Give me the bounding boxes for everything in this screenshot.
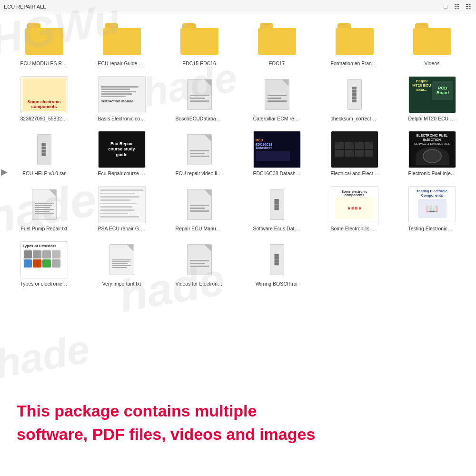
file-label-25: Types or electronics r...: [20, 281, 68, 288]
file-caterpillar[interactable]: Caterpillar ECM repai...: [240, 73, 314, 125]
folder-thumb-3: [176, 20, 223, 59]
scroll-arrow[interactable]: ▶: [1, 167, 8, 177]
file-label-26: Very important.txt: [98, 281, 146, 288]
folder-label-4: EDC17: [253, 60, 301, 67]
file-electrical[interactable]: Electrical and Electro...: [317, 128, 391, 179]
file-label-18: Electronic Fuel Injecti...: [408, 170, 456, 177]
file-323627090[interactable]: Some electronic components 323627090_598…: [7, 73, 81, 125]
folder-label-1: ECU MODULES REP...: [20, 60, 68, 67]
file-very-important[interactable]: Very important.txt: [85, 238, 159, 290]
file-ecu-repair-course[interactable]: Ecu Repaircourse studyguide Ecu Repair c…: [85, 128, 159, 179]
content-area[interactable]: ECU MODULES REP... ECU repair Guide Spa.…: [0, 13, 476, 389]
file-thumb-26: [98, 241, 146, 279]
file-ecu-help[interactable]: ▓▓▓▓ ECU HELP v3.0.rar: [7, 128, 81, 179]
file-thumb-13: ▓▓▓▓: [20, 130, 68, 169]
file-thumb-28: ▓▓▓▓: [253, 241, 301, 279]
file-label-7: 323627090_598326...: [20, 116, 68, 122]
file-thumb-23: Some electronic components ⊕ ⊞ ⊟ ⊕: [331, 186, 378, 224]
file-electronic-fuel[interactable]: ELECTRONIC FUEL INJECTIONSERVICE & DIAGN…: [395, 128, 469, 179]
folder-label-6: Videos: [408, 60, 456, 67]
file-label-11: checksum_corrector.rz ···: [331, 116, 378, 122]
file-thumb-8: Instruction Manual: [98, 76, 146, 114]
file-testing-electronic[interactable]: Testing Electronic Components 📖 Testing …: [395, 183, 469, 235]
file-label-15: ECU repair video links...: [176, 170, 223, 177]
folder-ecu-modules[interactable]: ECU MODULES REP...: [7, 18, 81, 69]
file-label-10: Caterpillar ECM repai...: [253, 116, 301, 122]
file-thumb-15: [176, 130, 223, 169]
app-title: ECU REPAIR ALL: [4, 4, 46, 10]
file-basis-electronic[interactable]: Instruction Manual Basis Electronic comp…: [85, 73, 159, 125]
folder-thumb-6: [408, 20, 456, 59]
file-psa-ecu[interactable]: PSA ECU repair Guide...: [85, 183, 159, 235]
view-list-icon[interactable]: ☷: [453, 3, 461, 10]
folder-thumb-4: [253, 20, 301, 59]
file-software-ecus[interactable]: ▓▓▓▓ Software Ecus DataSh...: [240, 183, 314, 235]
file-thumb-9: [176, 76, 223, 114]
file-label-12: Delphi MT20 ECU da...: [408, 116, 456, 122]
file-label-19: Fuel Pump Repair.txt: [20, 226, 68, 232]
folder-thumb-2: [98, 20, 146, 59]
file-label-20: PSA ECU repair Guide...: [98, 226, 146, 232]
folder-edc15-edc16[interactable]: EDC15 EDC16: [162, 18, 236, 69]
bottom-text-section: This package contains multiple software,…: [0, 389, 476, 454]
file-edc16c38[interactable]: MCU EDC16C38Datasheet EDC16C38 Datasheet…: [240, 128, 314, 179]
file-grid: ECU MODULES REP... ECU repair Guide Spa.…: [7, 18, 469, 289]
file-fuel-pump[interactable]: Fuel Pump Repair.txt: [7, 183, 81, 235]
file-thumb-19: [20, 186, 68, 224]
file-delphi[interactable]: Delphi MT20 ECU data... PCB Board Delphi…: [395, 73, 469, 125]
file-types-resistors[interactable]: Types of Resistors Types or electronics …: [7, 238, 81, 290]
file-thumb-10: [253, 76, 301, 114]
file-label-28: Wirring BOSCH.rar: [253, 281, 301, 288]
file-wirring-bosch[interactable]: ▓▓▓▓ Wirring BOSCH.rar: [240, 238, 314, 290]
file-some-electronics[interactable]: Some electronic components ⊕ ⊞ ⊟ ⊕ Some …: [317, 183, 391, 235]
file-thumb-16: MCU EDC16C38Datasheet: [253, 130, 301, 169]
file-thumb-21: [176, 186, 223, 224]
file-thumb-18: ELECTRONIC FUEL INJECTIONSERVICE & DIAGN…: [408, 130, 456, 169]
file-thumb-22: ▓▓▓▓: [253, 186, 301, 224]
folder-thumb-1: [20, 20, 68, 59]
bottom-line-2: software, PDF files, videos and images: [17, 425, 459, 444]
toolbar-icons: □ ☷ ☷: [442, 3, 472, 10]
file-label-8: Basis Electronic comp...: [98, 116, 146, 122]
file-label-23: Some Electronics Co...: [331, 226, 378, 232]
file-thumb-11: ▓▓▓▓▓: [331, 76, 378, 114]
file-label-9: BoschECUDatabase.rar: [176, 116, 223, 122]
folder-thumb-5: [331, 20, 378, 59]
file-label-27: Videos for Electronic ...: [176, 281, 223, 288]
file-label-13: ECU HELP v3.0.rar: [20, 170, 68, 177]
folder-label-2: ECU repair Guide Spa...: [98, 60, 146, 67]
file-ecu-repair-video[interactable]: ECU repair video links...: [162, 128, 236, 179]
file-repair-ecu-manuals[interactable]: Repair ECU Manuals f...: [162, 183, 236, 235]
file-videos-electronic[interactable]: Videos for Electronic ...: [162, 238, 236, 290]
file-thumb-20: [98, 186, 146, 224]
file-thumb-27: [176, 241, 223, 279]
folder-label-3: EDC15 EDC16: [176, 60, 223, 67]
file-label-21: Repair ECU Manuals f...: [176, 226, 223, 232]
file-label-16: EDC16C38 Datasheet...: [253, 170, 301, 177]
file-label-24: Testing Electronic Co...: [408, 226, 456, 232]
folder-label-5: Formation en Français...: [331, 60, 378, 67]
file-bosch-ecu-db[interactable]: BoschECUDatabase.rar: [162, 73, 236, 125]
file-thumb-14: Ecu Repaircourse studyguide: [98, 130, 146, 169]
folder-formation[interactable]: Formation en Français...: [317, 18, 391, 69]
file-checksum[interactable]: ▓▓▓▓▓ checksum_corrector.rz ···: [317, 73, 391, 125]
file-thumb-12: Delphi MT20 ECU data... PCB Board: [408, 76, 456, 114]
file-label-17: Electrical and Electro...: [331, 170, 378, 177]
file-thumb-24: Testing Electronic Components 📖: [408, 186, 456, 224]
file-thumb-17: [331, 130, 378, 169]
folder-edc17[interactable]: EDC17: [240, 18, 314, 69]
bottom-line-1: This package contains multiple: [17, 401, 459, 421]
file-label-14: Ecu Repair course stu...: [98, 170, 146, 177]
file-thumb-7: Some electronic components: [20, 76, 68, 114]
file-thumb-25: Types of Resistors: [20, 241, 68, 279]
view-grid-icon[interactable]: ☷: [465, 3, 472, 10]
top-bar: ECU REPAIR ALL □ ☷ ☷: [0, 0, 476, 13]
file-label-22: Software Ecus DataSh...: [253, 226, 301, 232]
window-icon-1[interactable]: □: [442, 3, 449, 10]
folder-videos[interactable]: Videos: [395, 18, 469, 69]
folder-ecu-repair-guide[interactable]: ECU repair Guide Spa...: [85, 18, 159, 69]
